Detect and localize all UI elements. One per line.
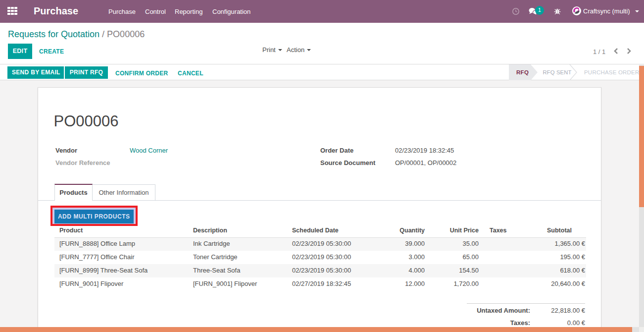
svg-text:PURCHASE ORDER: PURCHASE ORDER bbox=[584, 69, 639, 75]
svg-text:RFQ SENT: RFQ SENT bbox=[543, 69, 572, 75]
svg-text:RFQ: RFQ bbox=[516, 69, 529, 75]
